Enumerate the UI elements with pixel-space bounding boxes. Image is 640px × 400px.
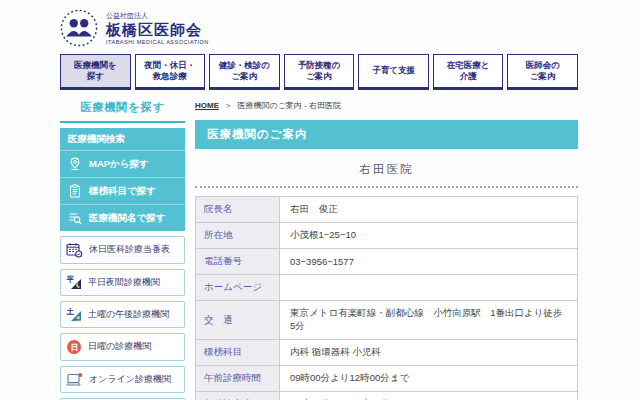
weekday-night-icon: 平: [66, 275, 82, 290]
sidebar-item-search-by-name[interactable]: 医療機関名で探す: [60, 205, 185, 231]
org-name: 板橋区医師会: [106, 21, 209, 38]
row-label: 所在地: [196, 223, 280, 249]
row-label: 標榜科目: [196, 340, 280, 366]
breadcrumb-separator: ＞: [224, 101, 232, 110]
sidebar-item-label: 標榜科目で探す: [89, 185, 156, 198]
org-name-en: ITABASHI MEDICAL ASSOCIATION: [106, 39, 209, 45]
table-row: 標榜科目 内科 循環器科 小児科: [196, 340, 578, 366]
sidebar-search-header: 医療機関検索: [60, 128, 185, 151]
sidebar-item-search-by-department[interactable]: 標榜科目で探す: [60, 178, 185, 205]
sidebar-link-label: オンライン診療機関: [89, 374, 171, 385]
svg-text:日: 日: [70, 343, 78, 352]
table-row: 午前診療時間 09時00分より12時00分まで: [196, 366, 578, 392]
page-title-banner: 医療機関のご案内: [195, 120, 578, 149]
sidebar: 医療機関を探す 医療機関検索 MAPから探す: [60, 96, 185, 400]
table-row: 電話番号 03−3956−1577: [196, 249, 578, 275]
table-row: 院長名 右田 俊正: [196, 197, 578, 223]
sidebar-item-search-by-map[interactable]: MAPから探す: [60, 151, 185, 178]
clinic-info-table: 院長名 右田 俊正 所在地 小茂根1−25−10 電話番号 03−3956−15…: [195, 196, 578, 400]
dotted-divider: [195, 186, 578, 188]
nav-find-medical-institution[interactable]: 医療機関を 探す: [60, 54, 131, 90]
sidebar-link-label: 平日夜間診療機関: [88, 277, 160, 288]
row-label: 交 通: [196, 301, 280, 340]
site-header: 公益社団法人 板橋区医師会 ITABASHI MEDICAL ASSOCIATI…: [60, 0, 578, 52]
svg-text:平: 平: [66, 275, 75, 284]
sidebar-link-label: 休日医科診療当番表: [89, 244, 170, 255]
search-list-icon: [68, 211, 82, 225]
row-label: 院長名: [196, 197, 280, 223]
row-value: 16時00分より19時00分まで: [280, 392, 578, 400]
row-label: 電話番号: [196, 249, 280, 275]
table-row: 交 通 東京メトロ有楽町線・副都心線 小竹向原駅 1番出口より徒歩5分: [196, 301, 578, 340]
breadcrumb-current: 医療機関のご案内 - 右田医院: [237, 101, 340, 110]
table-row: 午後診療時間 16時00分より19時00分まで: [196, 392, 578, 400]
sidebar-link-label: 日曜の診療機関: [88, 341, 151, 352]
row-label: ホームページ: [196, 275, 280, 301]
saturday-afternoon-icon: 土: [66, 307, 82, 322]
svg-text:土: 土: [66, 307, 75, 316]
map-pin-icon: [68, 157, 82, 171]
row-label: 午後診療時間: [196, 392, 280, 400]
row-label: 午前診療時間: [196, 366, 280, 392]
page: 公益社団法人 板橋区医師会 ITABASHI MEDICAL ASSOCIATI…: [60, 0, 578, 400]
org-title-block: 公益社団法人 板橋区医師会 ITABASHI MEDICAL ASSOCIATI…: [106, 11, 209, 44]
row-value: 東京メトロ有楽町線・副都心線 小竹向原駅 1番出口より徒歩5分: [280, 301, 578, 340]
association-logo-icon: [60, 9, 98, 47]
row-value: 03−3956−1577: [280, 249, 578, 275]
sidebar-title: 医療機関を探す: [60, 96, 185, 123]
row-value: 右田 俊正: [280, 197, 578, 223]
sidebar-item-label: MAPから探す: [89, 158, 149, 171]
global-nav: 医療機関を 探す 夜間・休日・ 救急診療 健診・検診の ご案内 予防接種の ご案…: [60, 54, 578, 90]
row-value: 小茂根1−25−10: [280, 223, 578, 249]
main-content: HOME ＞ 医療機関のご案内 - 右田医院 医療機関のご案内 右田医院 院長名…: [195, 96, 578, 400]
nav-night-holiday-emergency[interactable]: 夜間・休日・ 救急診療: [135, 54, 206, 90]
breadcrumb: HOME ＞ 医療機関のご案内 - 右田医院: [195, 96, 578, 112]
clinic-name-heading: 右田医院: [195, 162, 578, 177]
org-type: 公益社団法人: [106, 11, 209, 21]
sidebar-link-holiday-duty-roster[interactable]: 休日医科診療当番表: [60, 236, 185, 264]
sidebar-link-saturday-afternoon-clinics[interactable]: 土 土曜の午後診療機関: [60, 301, 185, 328]
nav-about-association[interactable]: 医師会の ご案内: [507, 54, 578, 90]
row-value: [280, 275, 578, 301]
online-icon: [66, 372, 83, 387]
sidebar-link-online-clinics[interactable]: オンライン診療機関: [60, 366, 185, 393]
sidebar-link-label: 土曜の午後診療機関: [88, 309, 169, 320]
sidebar-item-label: 医療機関名で探す: [89, 212, 165, 225]
sunday-icon: 日: [66, 339, 82, 355]
nav-childcare-support[interactable]: 子育て支援: [358, 54, 429, 90]
row-value: 内科 循環器科 小児科: [280, 340, 578, 366]
sidebar-link-weekday-night-clinics[interactable]: 平 平日夜間診療機関: [60, 269, 185, 296]
breadcrumb-home-link[interactable]: HOME: [195, 101, 219, 110]
table-row: 所在地 小茂根1−25−10: [196, 223, 578, 249]
clipboard-icon: [68, 184, 82, 198]
sidebar-search-box: 医療機関検索 MAPから探す 標榜科目で探す: [60, 128, 185, 231]
nav-homecare-nursing[interactable]: 在宅医療と 介護: [433, 54, 504, 90]
table-row: ホームページ: [196, 275, 578, 301]
row-value: 09時00分より12時00分まで: [280, 366, 578, 392]
nav-checkup-guide[interactable]: 健診・検診の ご案内: [209, 54, 280, 90]
sidebar-link-sunday-clinics[interactable]: 日 日曜の診療機関: [60, 333, 185, 361]
nav-vaccination-guide[interactable]: 予防接種の ご案内: [284, 54, 355, 90]
calendar-check-icon: [66, 242, 83, 258]
